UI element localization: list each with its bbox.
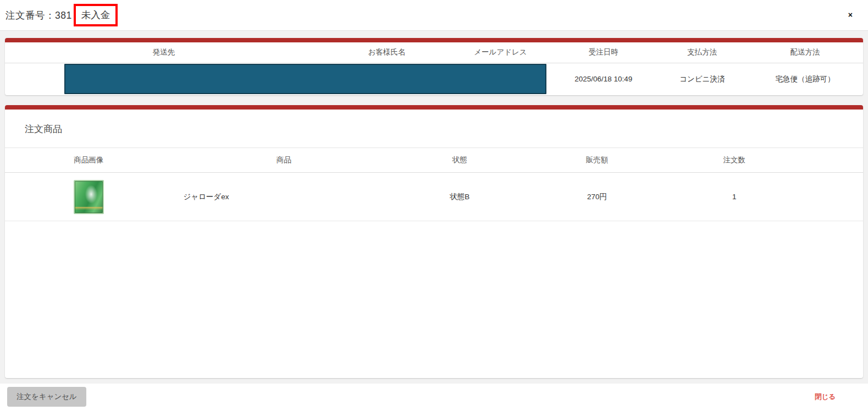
order-number-title: 注文番号：381	[5, 9, 72, 22]
payment-method-value: コンビニ決済	[657, 63, 747, 95]
order-info-accent-bar	[5, 38, 863, 42]
product-quantity: 1	[670, 173, 799, 221]
header-shipping-method: 配送方法	[747, 42, 863, 63]
order-datetime-value: 2025/06/18 10:49	[550, 63, 657, 95]
order-info-card: 発送先 お客様氏名 メールアドレス 受注日時 支払方法 配送方法 2025/06…	[5, 38, 863, 95]
product-name: ジャローダex	[172, 173, 395, 221]
close-x-icon[interactable]: ×	[848, 11, 853, 19]
order-info-table: 発送先 お客様氏名 メールアドレス 受注日時 支払方法 配送方法 2025/06…	[5, 42, 863, 95]
order-info-data-row: 2025/06/18 10:49 コンビニ決済 宅急便（追跡可）	[5, 63, 863, 95]
header-order-datetime: 受注日時	[550, 42, 657, 63]
cancel-order-button[interactable]: 注文をキャンセル	[7, 387, 86, 407]
product-condition: 状態B	[395, 173, 524, 221]
header-price: 販売額	[524, 148, 670, 173]
header-product-image: 商品画像	[5, 148, 172, 173]
modal-footer: 注文をキャンセル 閉じる	[0, 384, 868, 410]
header-email: メールアドレス	[451, 42, 550, 63]
header-quantity: 注文数	[670, 148, 799, 173]
redacted-customer-cell	[5, 63, 550, 95]
redacted-customer-info	[64, 64, 546, 94]
order-info-header-row: 発送先 お客様氏名 メールアドレス 受注日時 支払方法 配送方法	[5, 42, 863, 63]
order-items-header-row: 商品画像 商品 状態 販売額 注文数	[5, 148, 863, 173]
order-items-accent-bar	[5, 105, 863, 110]
close-modal-link[interactable]: 閉じる	[815, 392, 836, 402]
header-customer-name: お客様氏名	[323, 42, 451, 63]
payment-status-badge: 未入金	[74, 4, 118, 26]
order-item-row: ジャローダex 状態B 270円 1	[5, 173, 863, 221]
row-spacer	[799, 173, 863, 221]
product-image-cell	[5, 173, 172, 221]
order-items-card: 注文商品 商品画像 商品 状態 販売額 注文数	[5, 105, 863, 378]
order-items-section-title: 注文商品	[5, 110, 863, 147]
header-payment-method: 支払方法	[657, 42, 747, 63]
shipping-method-value: 宅急便（追跡可）	[747, 63, 863, 95]
order-items-table: 商品画像 商品 状態 販売額 注文数 ジャローダex 状態B	[5, 147, 863, 221]
modal-header: 注文番号：381 未入金 ×	[0, 0, 868, 31]
product-price: 270円	[524, 173, 670, 221]
header-product: 商品	[172, 148, 395, 173]
order-detail-modal: 注文番号：381 未入金 × 発送先 お客様氏名 メールアドレス 受注日時	[0, 0, 868, 410]
header-spacer	[799, 148, 863, 173]
header-condition: 状態	[395, 148, 524, 173]
modal-body: 発送先 お客様氏名 メールアドレス 受注日時 支払方法 配送方法 2025/06…	[0, 31, 868, 384]
product-card-image	[74, 180, 104, 214]
header-shipping-address: 発送先	[5, 42, 323, 63]
